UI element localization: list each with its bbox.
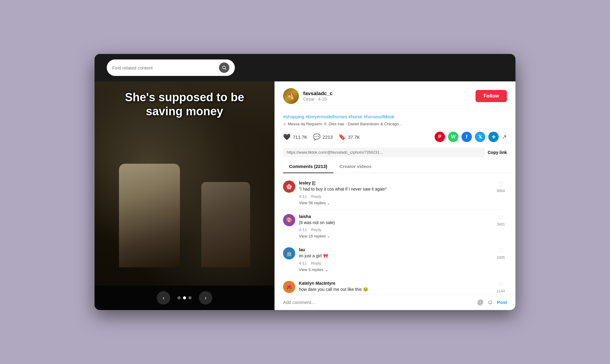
- reply-button-2[interactable]: Reply: [311, 227, 321, 232]
- reply-button-1[interactable]: Reply: [311, 194, 321, 199]
- nav-dots: [178, 296, 192, 299]
- profile-info: favsaladc_c Cesar · 4-10: [303, 91, 471, 102]
- stat-comments: 💬 2213: [313, 133, 333, 141]
- profile-username: favsaladc_c: [303, 91, 471, 97]
- chevron-down-icon-3: ⌄: [325, 267, 328, 272]
- comment-body-2: laisha (It was not on sale) 4-11 Reply V…: [299, 214, 491, 239]
- reply-button-3[interactable]: Reply: [311, 261, 321, 266]
- comment-meta-3: 4-11 Reply: [299, 261, 491, 266]
- like-heart-2[interactable]: ♡: [498, 214, 504, 221]
- stat-likes: 🖤 711.7K: [283, 133, 307, 141]
- left-panel: She's supposed to be saving money ‹ ›: [95, 81, 274, 310]
- share-pinterest[interactable]: P: [435, 132, 445, 142]
- comment-item: 🌸 lesley ((: "I had to buy it cos what i…: [283, 176, 507, 210]
- comment-text-1: "I had to buy it cos what if I never saw…: [299, 186, 491, 192]
- comment-body-1: lesley ((: "I had to buy it cos what if …: [299, 180, 491, 205]
- comment-date-1: 4-11: [299, 194, 307, 199]
- dot-2: [183, 296, 186, 299]
- search-button[interactable]: [219, 62, 229, 73]
- tag-shopping[interactable]: #shopping: [283, 114, 304, 119]
- emoji-icon[interactable]: ☺: [487, 299, 493, 306]
- comment-text-4: how dare you call me out like this 🥹: [299, 287, 491, 293]
- tag-horsesoftiktok[interactable]: #horsesoftiktok: [364, 114, 394, 119]
- commenter-username-1: lesley ((:: [299, 180, 491, 185]
- view-replies-3[interactable]: View 5 replies ⌄: [299, 267, 491, 272]
- post-button[interactable]: Post: [497, 300, 507, 305]
- view-replies-1[interactable]: View 56 replies ⌄: [299, 201, 491, 205]
- commenter-avatar-1: 🌸: [283, 180, 295, 193]
- comment-item-3: 🤖 lau im just a girl 🎀 4-11 Reply View 5…: [283, 243, 507, 277]
- stats-row: 🖤 711.7K 💬 2213 🔖 37.7K P W f 𝕏 ✈: [274, 129, 515, 145]
- like-heart-3[interactable]: ♡: [498, 247, 504, 255]
- heart-icon[interactable]: 🖤: [283, 133, 291, 141]
- comment-text-2: (It was not on sale): [299, 220, 491, 226]
- dot-1: [178, 296, 181, 299]
- comment-date-2: 4-11: [299, 227, 307, 232]
- chevron-down-icon-2: ⌄: [327, 234, 330, 238]
- media-image: She's supposed to be saving money: [95, 81, 274, 286]
- like-heart-1[interactable]: ♡: [498, 180, 504, 188]
- commenter-avatar-4: 🌺: [283, 281, 295, 293]
- figure-right: [201, 182, 250, 267]
- tag-breyermodelhorses[interactable]: #breyermodelhorses: [305, 114, 347, 119]
- tag-horse[interactable]: #horse: [348, 114, 362, 119]
- bookmark-icon[interactable]: 🔖: [338, 133, 346, 141]
- commenter-username-4: Katelyn MacIntyre: [299, 281, 491, 286]
- share-telegram[interactable]: ✈: [488, 132, 499, 142]
- like-count-1: 8884: [497, 189, 505, 193]
- like-area-4: ♡ 1144: [495, 281, 507, 294]
- copy-link-button[interactable]: Copy link: [488, 150, 507, 155]
- search-wrapper: [107, 59, 235, 76]
- commenter-avatar-2: 🎨: [283, 214, 295, 226]
- svg-point-0: [223, 66, 225, 69]
- comment-text-3: im just a girl 🎀: [299, 253, 491, 259]
- like-count-4: 1144: [497, 289, 505, 293]
- music-text: Messa da Requiem: II. Dies irae - Daniel…: [288, 122, 402, 126]
- next-button[interactable]: ›: [199, 291, 212, 305]
- like-area-1: ♡ 8884: [495, 180, 507, 205]
- meme-text: She's supposed to be saving money: [95, 91, 274, 118]
- top-bar: [95, 54, 515, 81]
- follow-button[interactable]: Follow: [475, 90, 507, 102]
- chevron-down-icon-1: ⌄: [327, 201, 330, 205]
- add-comment-input[interactable]: [283, 300, 474, 305]
- url-bar: https://www.tiktok.com/@favsaladc_c/phot…: [274, 145, 515, 160]
- share-more-icon[interactable]: ↗: [502, 133, 507, 141]
- music-note-icon: ♫: [283, 122, 286, 126]
- svg-line-1: [225, 69, 226, 70]
- mention-icon[interactable]: @: [477, 299, 483, 306]
- nav-bottom: ‹ ›: [95, 286, 274, 310]
- profile-subtitle: Cesar · 4-10: [303, 97, 471, 102]
- media-area: She's supposed to be saving money: [95, 81, 274, 286]
- comments-list: 🌸 lesley ((: "I had to buy it cos what i…: [274, 173, 515, 294]
- app-container: She's supposed to be saving money ‹ ›: [95, 54, 515, 310]
- comment-item-4: 🌺 Katelyn MacIntyre how dare you call me…: [283, 277, 507, 294]
- comments-count: 2213: [323, 134, 333, 140]
- commenter-username-2: laisha: [299, 214, 491, 219]
- dot-3: [188, 296, 192, 299]
- comment-item-2: 🎨 laisha (It was not on sale) 4-11 Reply…: [283, 210, 507, 243]
- comment-icon[interactable]: 💬: [313, 133, 321, 141]
- comment-body-4: Katelyn MacIntyre how dare you call me o…: [299, 281, 491, 294]
- share-facebook[interactable]: f: [461, 132, 472, 142]
- share-whatsapp[interactable]: W: [448, 132, 458, 142]
- tab-creator[interactable]: Creator videos: [333, 160, 378, 173]
- main-content: She's supposed to be saving money ‹ ›: [95, 81, 515, 310]
- share-icons: P W f 𝕏 ✈ ↗: [435, 132, 507, 142]
- saves-count: 37.7K: [348, 134, 360, 140]
- music-line: ♫ Messa da Requiem: II. Dies irae - Dani…: [283, 122, 507, 126]
- like-area-3: ♡ 1005: [495, 247, 507, 272]
- url-display: https://www.tiktok.com/@favsaladc_c/phot…: [283, 148, 485, 157]
- like-count-3: 1005: [497, 255, 505, 260]
- like-heart-4[interactable]: ♡: [498, 281, 504, 288]
- prev-button[interactable]: ‹: [157, 291, 170, 305]
- search-input[interactable]: [112, 65, 216, 70]
- like-area-2: ♡ 3401: [495, 214, 507, 239]
- profile-header: 🐴 favsaladc_c Cesar · 4-10 Follow: [274, 81, 515, 109]
- commenter-username-3: lau: [299, 247, 491, 252]
- tab-comments[interactable]: Comments (2213): [283, 160, 333, 173]
- view-replies-2[interactable]: View 16 replies ⌄: [299, 234, 491, 238]
- share-twitter[interactable]: 𝕏: [475, 132, 485, 142]
- figure-left: [119, 164, 180, 267]
- comment-meta-1: 4-11 Reply: [299, 194, 491, 199]
